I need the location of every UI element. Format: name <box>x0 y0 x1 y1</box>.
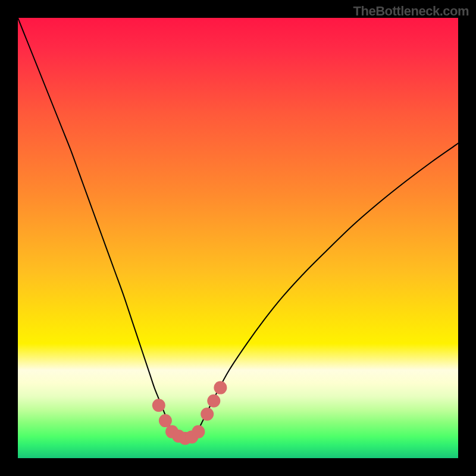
marker-dot <box>207 394 220 408</box>
marker-dot <box>214 381 227 394</box>
plot-area <box>18 18 458 458</box>
marker-dot <box>201 408 214 421</box>
gradient-background <box>18 18 458 458</box>
chart-frame: TheBottleneck.com <box>0 0 476 476</box>
marker-dot <box>159 414 172 427</box>
marker-dot <box>152 399 165 412</box>
marker-dot <box>192 425 205 439</box>
bottleneck-chart-svg <box>18 18 458 458</box>
watermark-text: TheBottleneck.com <box>353 4 469 19</box>
